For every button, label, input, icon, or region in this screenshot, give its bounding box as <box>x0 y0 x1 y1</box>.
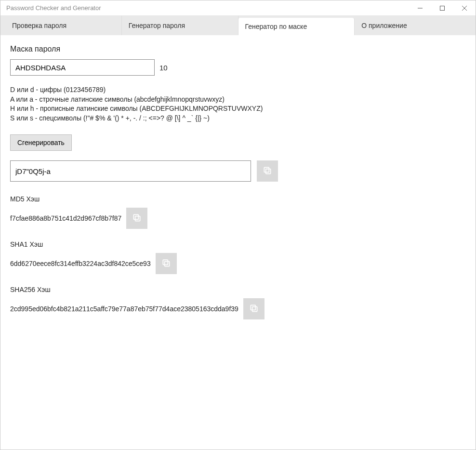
copy-icon <box>263 166 272 177</box>
sha1-label: SHA1 Хэш <box>10 240 466 248</box>
window-controls <box>409 0 476 15</box>
copy-icon <box>132 213 142 224</box>
mask-hints: D или d - цифры (0123456789) A или a - с… <box>10 85 466 123</box>
svg-rect-6 <box>135 216 140 221</box>
main-content: Маска пароля 10 D или d - цифры (0123456… <box>0 35 476 341</box>
sha256-label: SHA256 Хэш <box>10 286 466 293</box>
mask-input[interactable] <box>10 59 155 76</box>
copy-md5-button[interactable] <box>126 208 147 229</box>
hint-digits: D или d - цифры (0123456789) <box>10 85 466 95</box>
copy-sha1-button[interactable] <box>156 253 177 274</box>
window-title: Password Checker and Generator <box>6 4 101 12</box>
tab-label: Генератор пароля <box>129 22 185 29</box>
generate-button[interactable]: Сгенерировать <box>10 134 72 151</box>
tab-label: Проверка пароля <box>12 22 66 29</box>
tab-bar: Проверка пароля Генератор пароля Генерат… <box>0 16 476 35</box>
tab-label: О приложение <box>361 22 407 29</box>
sha256-block: SHA256 Хэш 2cd995ed06bfc4b821a211c5affc7… <box>10 286 466 319</box>
tab-generator[interactable]: Генератор пароля <box>122 16 238 35</box>
copy-icon <box>249 304 259 315</box>
sha256-value: 2cd995ed06bfc4b821a211c5affc79e77a87eb75… <box>10 305 238 313</box>
mask-input-row: 10 <box>10 59 466 76</box>
svg-rect-8 <box>164 262 169 266</box>
copy-sha256-button[interactable] <box>243 298 264 319</box>
generated-password-output[interactable] <box>10 160 251 182</box>
svg-rect-4 <box>266 169 271 174</box>
copy-password-button[interactable] <box>257 160 278 182</box>
hint-lowercase: A или a - строчные латинские символы (ab… <box>10 95 466 105</box>
md5-label: MD5 Хэш <box>10 195 466 203</box>
svg-rect-9 <box>163 260 168 265</box>
tab-about[interactable]: О приложение <box>355 16 471 35</box>
svg-rect-7 <box>134 214 139 219</box>
mask-length-count: 10 <box>159 64 168 72</box>
tab-check-password[interactable]: Проверка пароля <box>5 16 122 35</box>
tab-mask-generator[interactable]: Генератор по маске <box>238 18 355 35</box>
md5-block: MD5 Хэш f7cfae886a8b751c41d2d967cf8b7f87 <box>10 195 466 229</box>
hint-special: S или s - спецсимволы (!"# $% & '() * +,… <box>10 114 466 123</box>
tab-label: Генератор по маске <box>245 23 307 30</box>
md5-value: f7cfae886a8b751c41d2d967cf8b7f87 <box>10 214 121 222</box>
minimize-button[interactable] <box>409 0 431 15</box>
close-button[interactable] <box>453 0 476 15</box>
svg-rect-10 <box>252 307 257 312</box>
sha1-block: SHA1 Хэш 6dd6270eece8fc314effb3224ac3df8… <box>10 240 466 274</box>
svg-rect-1 <box>440 6 445 10</box>
maximize-button[interactable] <box>431 0 453 15</box>
copy-icon <box>161 258 171 269</box>
svg-rect-11 <box>251 305 255 310</box>
hint-uppercase: H или h - прописные латинские символы (A… <box>10 104 466 114</box>
titlebar: Password Checker and Generator <box>0 0 476 16</box>
mask-section-label: Маска пароля <box>10 45 466 53</box>
result-row <box>10 160 466 182</box>
sha1-value: 6dd6270eece8fc314effb3224ac3df842ce5ce93 <box>10 260 151 267</box>
svg-rect-5 <box>264 167 269 172</box>
